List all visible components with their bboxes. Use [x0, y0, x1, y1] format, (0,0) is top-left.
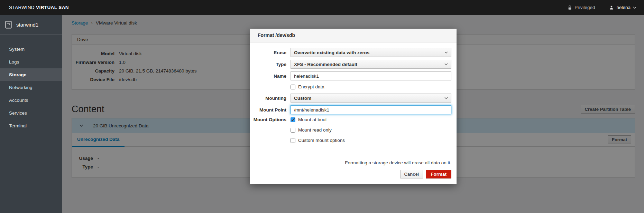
mount-point-label: Mount Point [250, 107, 286, 113]
format-warning-text: Formatting a storage device will erase a… [255, 160, 451, 165]
host-selector[interactable]: starwind1 [0, 15, 62, 35]
privileged-label: Privileged [574, 5, 595, 10]
dialog-title: Format /dev/sdb [250, 29, 457, 42]
type-label: Type [250, 62, 286, 67]
topbar-right: Privileged helena [561, 0, 638, 15]
chevron-down-icon [444, 63, 448, 65]
chevron-down-icon [444, 97, 448, 99]
custom-mount-options-checkbox[interactable]: Custom mount options [291, 138, 451, 143]
filesystem-type-select[interactable]: XFS - Recommended default [291, 60, 451, 69]
name-label: Name [250, 74, 286, 79]
mount-at-boot-checkbox[interactable]: Mount at boot [291, 117, 451, 122]
brand-secondary: VIRTUAL SAN [36, 5, 69, 10]
sidebar-item-system[interactable]: System [0, 43, 62, 56]
top-bar: STARWIND VIRTUAL SAN Privileged helena [0, 0, 644, 15]
user-icon [609, 5, 614, 10]
brand-primary: STARWIND [9, 5, 35, 10]
erase-label: Erase [250, 50, 286, 55]
encrypt-data-checkbox[interactable]: Encrypt data [291, 84, 451, 89]
mounting-select[interactable]: Custom [291, 94, 451, 103]
user-name: helena [616, 5, 631, 10]
cancel-button[interactable]: Cancel [400, 170, 423, 178]
sidebar-item-accounts[interactable]: Accounts [0, 94, 62, 107]
mount-options-label: Mount Options [250, 117, 286, 122]
chevron-down-icon [444, 51, 448, 54]
unlock-icon [568, 5, 572, 10]
sidebar: starwind1 System Logs Storage Networking… [0, 15, 62, 213]
sidebar-item-networking[interactable]: Networking [0, 81, 62, 94]
format-submit-button[interactable]: Format [426, 170, 451, 178]
name-input[interactable] [291, 71, 451, 80]
mounting-label: Mounting [250, 96, 286, 101]
erase-select[interactable]: Overwrite existing data with zeros [291, 48, 451, 57]
sidebar-nav: System Logs Storage Networking Accounts … [0, 35, 62, 132]
chevron-down-icon [633, 7, 636, 9]
sidebar-item-storage[interactable]: Storage [0, 68, 62, 81]
sidebar-item-terminal[interactable]: Terminal [0, 119, 62, 132]
mount-read-only-checkbox[interactable]: Mount read only [291, 127, 451, 133]
privileged-indicator[interactable]: Privileged [561, 5, 602, 10]
sidebar-item-services[interactable]: Services [0, 107, 62, 119]
format-dialog: Format /dev/sdb Erase Overwrite existing… [250, 29, 457, 184]
app-brand[interactable]: STARWIND VIRTUAL SAN [9, 5, 69, 10]
host-name: starwind1 [16, 22, 38, 28]
server-icon [5, 21, 12, 29]
user-menu[interactable]: helena [602, 5, 638, 10]
mount-point-input[interactable] [291, 105, 451, 114]
sidebar-item-logs[interactable]: Logs [0, 56, 62, 68]
